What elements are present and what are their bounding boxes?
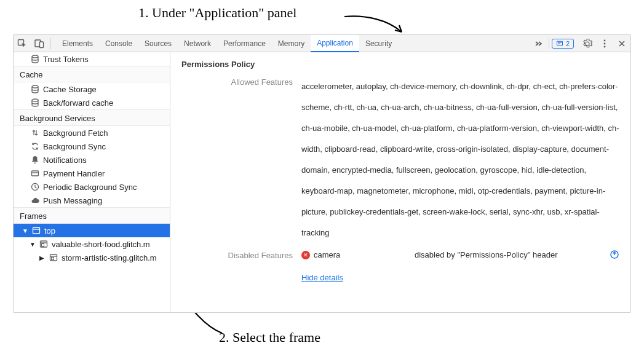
allowed-features-value: accelerometer, autoplay, ch-device-memor… (301, 76, 623, 243)
sidebar-item-label: Notifications (43, 156, 87, 165)
annotation-step-2: 2. Select the frame (219, 329, 320, 345)
sidebar-item-cache-storage[interactable]: Cache Storage (14, 82, 170, 96)
sidebar-item-label: Payment Handler (43, 169, 105, 178)
sidebar-item-bf-cache[interactable]: Back/forward cache (14, 96, 170, 109)
svg-rect-3 (557, 41, 562, 45)
sidebar-item-label: Background Sync (43, 142, 106, 151)
more-tabs-chevrons-icon[interactable] (531, 35, 546, 52)
sidebar-item-label: top (44, 226, 55, 235)
separator (50, 38, 51, 49)
sidebar-item-label: Trust Tokens (43, 55, 89, 64)
sidebar-group-background-services: Background Services (14, 109, 170, 126)
separator (549, 38, 549, 49)
issues-icon (556, 40, 563, 47)
permissions-policy-panel: Permissions Policy Allowed Features acce… (170, 52, 630, 312)
sidebar-item-label: Periodic Background Sync (43, 183, 137, 192)
disclosure-icon[interactable]: ▼ (30, 241, 36, 248)
sidebar-item-label: valuable-short-food.glitch.m (52, 240, 150, 249)
sidebar-group-frames: Frames (14, 207, 170, 224)
sidebar-item-label: Back/forward cache (43, 98, 113, 108)
settings-gear-icon[interactable] (579, 35, 596, 52)
svg-rect-14 (42, 244, 44, 247)
sidebar-item-frame-top[interactable]: ▼top (14, 224, 170, 237)
svg-point-6 (604, 45, 606, 47)
disabled-feature-name: ✕ camera (301, 250, 406, 261)
tab-console[interactable]: Console (99, 35, 138, 52)
devtools-window: ElementsConsoleSourcesNetworkPerformance… (13, 34, 631, 313)
db-icon (31, 85, 39, 93)
iframe-icon (39, 240, 48, 248)
annotation-step-1: 1. Under "Application" panel (138, 5, 296, 21)
sidebar-item-periodic-sync[interactable]: Periodic Background Sync (14, 180, 170, 194)
tab-elements[interactable]: Elements (56, 35, 99, 52)
sidebar-item-notifications[interactable]: Notifications (14, 153, 170, 167)
svg-rect-16 (52, 258, 54, 260)
issues-counter[interactable]: 2 (552, 39, 574, 49)
clock-icon (31, 183, 39, 191)
db-icon (31, 55, 39, 63)
sidebar-item-frame-valuable[interactable]: ▼valuable-short-food.glitch.m (14, 237, 170, 251)
cloud-icon (31, 196, 39, 205)
svg-point-8 (32, 85, 38, 88)
kebab-menu-icon[interactable] (596, 35, 613, 52)
svg-point-7 (32, 55, 38, 58)
disclosure-icon[interactable]: ▼ (22, 227, 28, 234)
sidebar-item-label: Cache Storage (43, 85, 97, 94)
issues-count-text: 2 (566, 40, 570, 47)
tab-network[interactable]: Network (178, 35, 217, 52)
svg-point-9 (32, 99, 38, 101)
sidebar-item-label: Push Messaging (43, 196, 102, 205)
tab-application[interactable]: Application (311, 35, 359, 52)
sidebar-item-label: Background Fetch (43, 128, 108, 138)
sync-icon (31, 142, 39, 151)
svg-point-4 (604, 39, 606, 41)
sidebar-item-frame-storm[interactable]: ▶storm-artistic-sting.glitch.m (14, 251, 170, 264)
panel-title: Permissions Policy (181, 57, 623, 76)
card-icon (31, 169, 39, 178)
reveal-header-icon[interactable] (610, 250, 623, 262)
sidebar-item-bg-fetch[interactable]: Background Fetch (14, 126, 170, 140)
allowed-features-row: Allowed Features accelerometer, autoplay… (181, 76, 623, 243)
svg-rect-2 (40, 42, 44, 48)
updown-icon (31, 128, 39, 137)
tab-memory[interactable]: Memory (272, 35, 311, 52)
sidebar-group-cache: Cache (14, 66, 170, 82)
svg-rect-12 (33, 227, 40, 234)
sidebar-item-bg-sync[interactable]: Background Sync (14, 140, 170, 153)
tab-sources[interactable]: Sources (138, 35, 178, 52)
tab-security[interactable]: Security (359, 35, 398, 52)
tab-performance[interactable]: Performance (217, 35, 272, 52)
window-icon (32, 226, 41, 235)
disabled-feature-text: camera (314, 250, 340, 261)
allowed-features-label: Allowed Features (181, 76, 301, 87)
svg-rect-10 (32, 171, 39, 176)
devtools-tabstrip: ElementsConsoleSourcesNetworkPerformance… (14, 35, 630, 52)
close-devtools-icon[interactable] (613, 35, 630, 52)
db-icon (31, 98, 39, 107)
sidebar-item-trust-tokens[interactable]: Trust Tokens (14, 52, 170, 66)
inspect-element-icon[interactable] (14, 35, 31, 52)
disabled-features-label: Disabled Features (181, 250, 301, 260)
sidebar-item-push[interactable]: Push Messaging (14, 194, 170, 207)
iframe-icon (49, 253, 58, 262)
bell-icon (31, 156, 39, 164)
application-sidebar: Trust TokensCacheCache StorageBack/forwa… (14, 52, 170, 312)
disclosure-icon[interactable]: ▶ (39, 254, 46, 261)
disabled-features-row: Disabled Features ✕ camera disabled by "… (181, 250, 623, 283)
disabled-feature-reason: disabled by "Permissions-Policy" header (415, 250, 601, 261)
hide-details-link[interactable]: Hide details (301, 272, 343, 283)
sidebar-item-label: storm-artistic-sting.glitch.m (62, 253, 157, 262)
error-badge-icon: ✕ (301, 251, 310, 259)
sidebar-item-payment[interactable]: Payment Handler (14, 167, 170, 180)
svg-point-5 (604, 42, 606, 44)
device-toggle-icon[interactable] (31, 35, 48, 52)
